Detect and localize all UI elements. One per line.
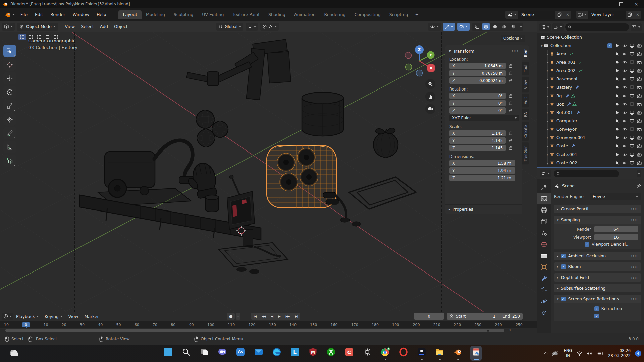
timeline-tick[interactable]: 60 xyxy=(135,323,139,327)
render-disable-icon[interactable] xyxy=(637,127,642,132)
collection-checkbox[interactable]: ✓ xyxy=(607,43,612,48)
dimensions-x-field[interactable]: X1.58 m xyxy=(449,160,515,166)
breadcrumb-scene[interactable]: Scene xyxy=(562,184,575,188)
outliner-row[interactable]: ▸ Computer xyxy=(537,117,644,125)
start-icon[interactable] xyxy=(162,346,174,361)
wireframe-small-cylinder[interactable] xyxy=(205,195,219,212)
outliner-row[interactable]: ▸ Bot.001 xyxy=(537,108,644,117)
transform-panel-header[interactable]: ▼ Transform :::: xyxy=(445,47,522,55)
render-disable-icon[interactable] xyxy=(637,94,642,98)
wireframe-gantry[interactable] xyxy=(186,39,291,100)
transform-tool[interactable] xyxy=(3,113,16,126)
recorder-icon[interactable] xyxy=(470,346,482,361)
shading-material-button[interactable] xyxy=(500,23,508,30)
expand-caret-icon[interactable]: ▸ xyxy=(546,61,550,64)
selectable-toggle-icon[interactable] xyxy=(615,161,620,165)
timeline-tick[interactable]: 110 xyxy=(228,323,235,327)
select-mode-subtract[interactable] xyxy=(35,34,43,40)
weather-widget-icon[interactable] xyxy=(9,348,20,358)
timeline-tick[interactable]: 220 xyxy=(454,323,461,327)
expand-caret-icon[interactable]: ▸ xyxy=(546,69,550,72)
timeline-ruler[interactable]: -100102030405060708090100110120130140150… xyxy=(0,321,537,328)
selected-object-crate[interactable] xyxy=(267,145,346,221)
properties-search[interactable] xyxy=(554,170,619,177)
outliner-row-collection[interactable]: ▼ Collection ✓ xyxy=(537,41,644,50)
hide-eye-icon[interactable] xyxy=(622,94,627,98)
menu-file[interactable]: File xyxy=(17,11,31,18)
jump-to-end-button[interactable]: ▶| xyxy=(292,315,301,318)
object-name[interactable]: Crate xyxy=(556,143,568,148)
lock-icon[interactable] xyxy=(508,131,513,135)
snap-toggle[interactable] xyxy=(246,23,258,31)
new-scene-button[interactable] xyxy=(555,11,564,19)
expand-caret-icon[interactable]: ▸ xyxy=(546,77,550,81)
hide-eye-icon[interactable] xyxy=(622,127,627,132)
sampling-header[interactable]: ▾Sampling:::: xyxy=(554,216,641,224)
ao-checkbox[interactable]: ✓ xyxy=(561,254,566,258)
hide-eye-icon[interactable] xyxy=(622,85,627,90)
sampling-render-field[interactable]: 64 xyxy=(594,226,638,232)
lock-icon[interactable] xyxy=(508,78,513,83)
properties-editor-type-button[interactable] xyxy=(540,170,551,177)
render-disable-icon[interactable] xyxy=(637,161,642,165)
outliner-search-input[interactable] xyxy=(573,24,626,30)
object-name[interactable]: Area xyxy=(556,51,566,56)
tab-rendering[interactable]: Rendering xyxy=(320,10,350,19)
clipped-checkbox[interactable]: ✓ xyxy=(594,314,599,318)
onedrive-icon[interactable] xyxy=(552,351,559,356)
rotate-tool[interactable] xyxy=(3,86,16,98)
shading-wireframe-button[interactable] xyxy=(482,23,490,30)
editor-type-button[interactable] xyxy=(2,23,15,31)
rotation-z-field[interactable]: Z0° xyxy=(449,107,506,114)
nav-object-icon[interactable] xyxy=(537,262,551,272)
render-disable-icon[interactable] xyxy=(637,68,642,73)
object-name[interactable]: Crate.002 xyxy=(556,160,577,165)
timeline-tick[interactable]: 100 xyxy=(207,323,214,327)
expand-caret-icon[interactable]: ▸ xyxy=(546,52,550,56)
outliner-filter-button[interactable] xyxy=(631,23,642,31)
select-mode-extend[interactable] xyxy=(27,34,35,40)
zoom-button[interactable] xyxy=(425,79,435,89)
object-name[interactable]: Battery xyxy=(556,85,572,90)
wireframe-apple[interactable] xyxy=(373,128,398,157)
location-z-field[interactable]: Z-0.000024 m xyxy=(449,77,506,84)
annotate-tool[interactable] xyxy=(3,127,16,139)
wireframe-boots[interactable] xyxy=(340,218,361,226)
lightroom-icon[interactable]: L xyxy=(289,346,301,361)
scene-name[interactable]: Scene xyxy=(518,12,555,17)
render-disable-icon[interactable] xyxy=(637,43,642,48)
tab-item[interactable]: Item xyxy=(522,45,529,60)
viewport-disable-icon[interactable] xyxy=(630,152,634,157)
tab-animation[interactable]: Animation xyxy=(290,10,320,19)
search-icon[interactable] xyxy=(180,346,192,361)
outliner-row[interactable]: ▸ Bg xyxy=(537,92,644,100)
expand-caret-icon[interactable]: ▸ xyxy=(546,136,550,139)
xray-toggle[interactable] xyxy=(473,23,481,30)
xbox-icon[interactable] xyxy=(325,346,337,361)
selectable-toggle-icon[interactable] xyxy=(615,68,620,73)
menu-select[interactable]: Select xyxy=(78,23,97,31)
object-name[interactable]: Area.001 xyxy=(556,60,576,65)
timeline-tick[interactable]: 40 xyxy=(98,323,103,327)
hide-eye-icon[interactable] xyxy=(622,68,627,73)
language-indicator[interactable]: ENGIN xyxy=(564,348,572,358)
bloom-header[interactable]: ▸✓ Bloom:::: xyxy=(554,262,641,271)
select-mode-new[interactable] xyxy=(18,34,26,40)
gizmo-minus-y[interactable] xyxy=(406,64,412,70)
blender-icon[interactable] xyxy=(452,346,464,361)
timeline-tick[interactable]: 150 xyxy=(310,323,317,327)
viewport-disable-icon[interactable] xyxy=(630,60,634,65)
tab-shading[interactable]: Shading xyxy=(264,10,290,19)
panel-grip-icon[interactable]: :::: xyxy=(512,49,519,53)
timeline-scrollbar[interactable] xyxy=(5,329,504,332)
filmora-icon[interactable] xyxy=(416,346,427,361)
hide-eye-icon[interactable] xyxy=(622,161,627,165)
timeline-tick[interactable]: 250 xyxy=(516,323,523,327)
expand-caret-icon[interactable]: ▸ xyxy=(546,86,550,89)
selectable-toggle-icon[interactable] xyxy=(615,60,620,65)
close-button[interactable]: × xyxy=(629,0,644,8)
scale-z-field[interactable]: Z1.145 xyxy=(449,145,506,151)
properties-options-button[interactable] xyxy=(637,170,641,177)
remove-view-layer-button[interactable]: × xyxy=(634,11,641,19)
viewport-disable-icon[interactable] xyxy=(630,110,634,115)
